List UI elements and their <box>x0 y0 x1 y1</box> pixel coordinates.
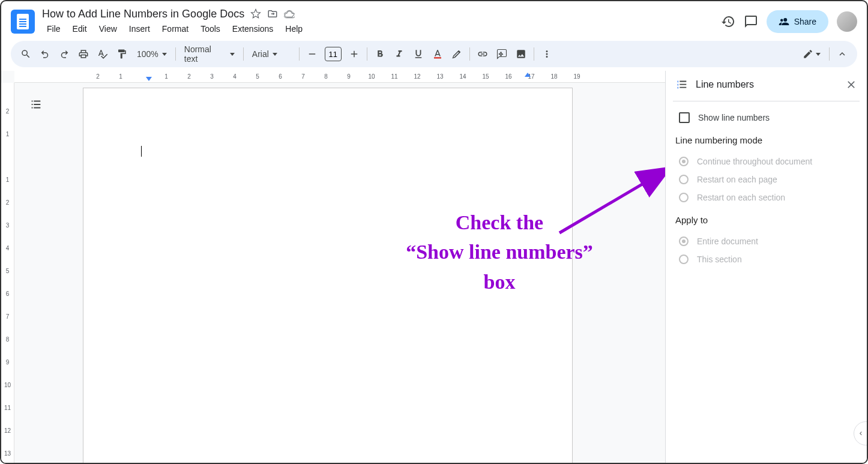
ruler-mark: 9 <box>6 351 10 373</box>
ruler-mark: 6 <box>269 73 292 80</box>
comments-icon[interactable] <box>744 14 758 29</box>
radio-section-label: Restart on each section <box>697 193 785 202</box>
font-value: Arial <box>252 49 269 59</box>
indent-marker-right[interactable] <box>525 73 531 77</box>
radio-section[interactable] <box>679 193 689 202</box>
font-size-input[interactable] <box>325 47 342 61</box>
apply-entire-row[interactable]: Entire document <box>675 232 857 250</box>
move-icon[interactable] <box>267 8 278 19</box>
chevron-left-icon <box>857 430 864 437</box>
add-comment-button[interactable] <box>493 45 511 63</box>
collapse-toolbar-button[interactable] <box>833 45 851 63</box>
document-page[interactable] <box>83 88 573 464</box>
insert-image-button[interactable] <box>512 45 530 63</box>
ruler-mark: 2 <box>6 191 10 214</box>
separator <box>175 47 176 61</box>
history-icon[interactable] <box>721 14 735 29</box>
cloud-status-icon[interactable] <box>284 8 295 19</box>
mode-section-row[interactable]: Restart on each section <box>675 188 857 206</box>
undo-button[interactable] <box>36 45 54 63</box>
decrease-font-button[interactable] <box>303 45 321 63</box>
ruler-mark: 9 <box>337 73 360 80</box>
menu-extensions[interactable]: Extensions <box>228 22 278 36</box>
separator <box>367 47 367 61</box>
share-button[interactable]: Share <box>767 10 828 33</box>
document-area: 2112345678910111213141516171819 21123456… <box>1 71 665 464</box>
ruler-mark: 18 <box>543 73 565 80</box>
indent-marker-left[interactable] <box>146 77 152 81</box>
doc-title-row: How to Add Line Numbers in Google Docs <box>42 8 721 20</box>
font-dropdown[interactable]: Arial <box>247 45 295 63</box>
highlight-button[interactable] <box>448 45 466 63</box>
ruler-mark: 5 <box>246 73 269 80</box>
horizontal-ruler[interactable]: 2112345678910111213141516171819 <box>14 71 665 83</box>
radio-page[interactable] <box>679 175 689 184</box>
apply-heading: Apply to <box>675 215 857 225</box>
redo-button[interactable] <box>55 45 73 63</box>
menu-format[interactable]: Format <box>157 22 193 36</box>
bold-button[interactable] <box>371 45 389 63</box>
zoom-dropdown[interactable]: 100% <box>132 45 172 63</box>
menu-tools[interactable]: Tools <box>196 22 225 36</box>
radio-continue-label: Continue throughout document <box>697 157 812 166</box>
separator <box>243 47 244 61</box>
star-icon[interactable] <box>250 8 261 19</box>
menu-view[interactable]: View <box>94 22 122 36</box>
radio-this-section[interactable] <box>679 255 689 264</box>
doc-title[interactable]: How to Add Line Numbers in Google Docs <box>42 8 244 20</box>
panel-body: Show line numbers Line numbering mode Co… <box>666 104 867 271</box>
search-menus-button[interactable] <box>17 45 35 63</box>
ruler-mark: 3 <box>200 73 223 80</box>
show-line-numbers-row[interactable]: Show line numbers <box>675 112 857 123</box>
ruler-mark: 11 <box>383 73 406 80</box>
ruler-mark: 14 <box>451 73 474 80</box>
menu-insert[interactable]: Insert <box>124 22 155 36</box>
svg-rect-0 <box>434 57 441 58</box>
separator <box>469 47 470 61</box>
menu-file[interactable]: File <box>42 22 65 36</box>
increase-font-button[interactable] <box>345 45 363 63</box>
ruler-mark: 12 <box>406 73 429 80</box>
docs-logo-icon[interactable] <box>11 10 35 34</box>
ruler-mark: 5 <box>6 259 10 282</box>
paint-format-button[interactable] <box>113 45 131 63</box>
ruler-mark: 8 <box>315 73 337 80</box>
underline-button[interactable] <box>409 45 427 63</box>
title-area: How to Add Line Numbers in Google Docs F… <box>42 8 721 36</box>
ruler-mark: 1 <box>6 168 10 191</box>
style-value: Normal text <box>184 44 226 64</box>
close-icon[interactable] <box>845 79 857 91</box>
menu-edit[interactable]: Edit <box>68 22 92 36</box>
ruler-mark: 13 <box>4 442 11 464</box>
show-line-numbers-checkbox[interactable] <box>679 112 690 123</box>
text-color-button[interactable] <box>429 45 447 63</box>
vertical-ruler[interactable]: 2112345678910111213 <box>1 83 14 464</box>
italic-button[interactable] <box>390 45 408 63</box>
user-avatar[interactable] <box>837 11 857 32</box>
paragraph-style-dropdown[interactable]: Normal text <box>179 45 240 63</box>
ruler-mark: 2 <box>178 73 200 80</box>
radio-entire-label: Entire document <box>697 237 758 246</box>
ruler-mark: 7 <box>6 305 10 328</box>
separator <box>829 47 830 61</box>
radio-continue[interactable] <box>679 157 689 166</box>
outline-button[interactable] <box>25 94 47 115</box>
print-button[interactable] <box>74 45 92 63</box>
spellcheck-button[interactable] <box>94 45 112 63</box>
ruler-mark: 1 <box>155 73 178 80</box>
radio-entire[interactable] <box>679 237 689 246</box>
ruler-mark: 10 <box>360 73 383 80</box>
insert-link-button[interactable] <box>474 45 492 63</box>
more-button[interactable] <box>538 45 556 63</box>
ruler-mark: 4 <box>6 237 10 259</box>
caret-down-icon <box>162 53 167 56</box>
mode-continue-row[interactable]: Continue throughout document <box>675 152 857 170</box>
ruler-mark: 19 <box>565 73 588 80</box>
app-header: How to Add Line Numbers in Google Docs F… <box>1 1 867 37</box>
panel-header: Line numbers <box>666 71 867 98</box>
mode-page-row[interactable]: Restart on each page <box>675 170 857 188</box>
ruler-mark: 15 <box>474 73 497 80</box>
menu-help[interactable]: Help <box>280 22 307 36</box>
apply-section-row[interactable]: This section <box>675 250 857 268</box>
edit-mode-dropdown[interactable] <box>798 49 825 59</box>
